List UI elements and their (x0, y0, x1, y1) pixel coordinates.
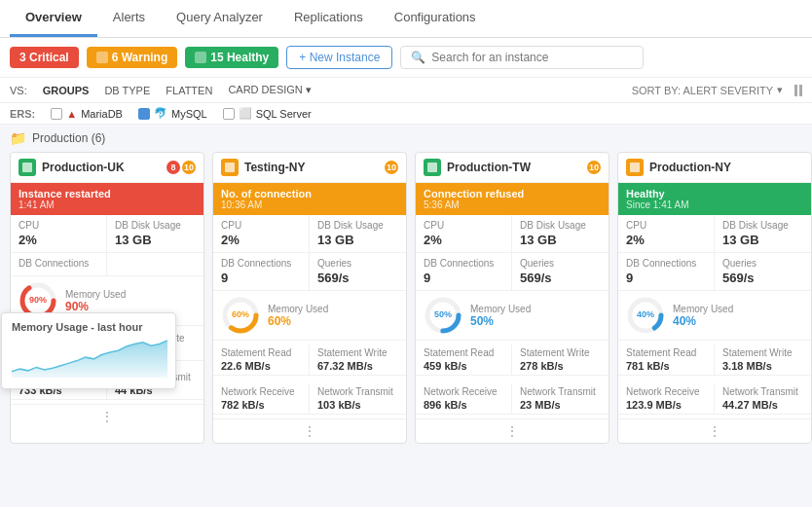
status-time: Since 1:41 AM (626, 199, 803, 210)
svg-rect-10 (630, 163, 640, 172)
gauge-percent: 40% (637, 310, 654, 320)
db-connections-label: DB Connections (221, 258, 301, 269)
pause-button[interactable] (794, 85, 802, 96)
db-connections-cell: DB Connections (11, 253, 107, 276)
memory-label: Memory Used (470, 304, 531, 314)
cpu-value: 2% (18, 233, 98, 247)
warning-badge[interactable]: 6 Warning (87, 47, 178, 68)
alert-badges: 10 (587, 161, 601, 174)
stmt-write-cell: Statement Write 3.18 MB/s (715, 344, 811, 376)
db-connections-label: DB Connections (626, 258, 706, 269)
stmt-write-cell: Statement Write 67.32 MB/s (310, 344, 406, 376)
net-transmit-cell: Network Transmit 103 kB/s (310, 383, 406, 415)
status-text: Connection refused (424, 188, 601, 199)
stmt-read-value: 22.6 MB/s (221, 360, 301, 372)
group-name: Production (6) (32, 131, 105, 145)
cards-container: Production-UK 8 10 Instance restarted 1:… (0, 152, 812, 450)
svg-marker-3 (12, 341, 167, 378)
statement-row: Statement Read 459 kB/s Statement Write … (416, 341, 609, 380)
metrics-grid: CPU 2% DB Disk Usage 13 GB DB Connection… (618, 215, 811, 291)
net-receive-value: 123.9 MB/s (626, 399, 706, 411)
dot-orange: 10 (587, 161, 601, 174)
status-banner: No. of connection 10:36 AM (213, 183, 406, 215)
card-icon (424, 159, 441, 176)
critical-badge[interactable]: 3 Critical (10, 47, 79, 68)
alert-count-orange: 10 (182, 161, 196, 174)
warning-icon (96, 52, 108, 63)
tab-replications[interactable]: Replications (278, 0, 379, 37)
queries-cell (107, 253, 203, 276)
memory-tooltip: Memory Usage - last hour (1, 312, 176, 389)
sqlserver-filter[interactable]: ⬜ SQL Server (223, 107, 312, 120)
metrics-grid: CPU 2% DB Disk Usage 13 GB DB Connection… (11, 215, 203, 276)
mariadb-filter[interactable]: ▲ MariaDB (51, 108, 123, 120)
mariadb-checkbox[interactable] (51, 108, 62, 120)
alert-count-orange: 10 (587, 161, 601, 174)
disk-value: 13 GB (722, 233, 803, 247)
group-label: 📁 Production (6) (0, 125, 812, 152)
card-name: Production-NY (649, 161, 731, 174)
card-icon (18, 159, 36, 176)
net-transmit-value: 44.27 MB/s (722, 399, 803, 411)
dbtype-filter[interactable]: DB TYPE (104, 85, 150, 96)
flatten-filter[interactable]: FLATTEN (166, 85, 212, 96)
tab-overview[interactable]: Overview (10, 0, 97, 37)
dot-orange: 10 (182, 161, 196, 174)
mysql-icon: 🐬 (154, 107, 167, 120)
filter-bar: VS: GROUPS DB TYPE FLATTEN CARD DESIGN ▾… (0, 78, 812, 103)
sort-label: SORT BY: ALERT SEVERITY (632, 85, 773, 96)
mysql-filter[interactable]: 🐬 MySQL (138, 107, 207, 120)
net-receive-cell: Network Receive 782 kB/s (213, 383, 310, 415)
gauge-labels: Memory Used 60% (268, 304, 328, 328)
status-banner: Connection refused 5:36 AM (416, 183, 609, 215)
gauge-percent: 60% (232, 310, 249, 320)
dot-orange: 10 (385, 161, 398, 174)
gauge-cell: 50% Memory Used 50% (416, 291, 609, 341)
card-menu-button[interactable]: ⋮ (11, 404, 203, 428)
stmt-write-cell: Statement Write 278 kB/s (512, 344, 609, 376)
cpu-cell: CPU 2% (213, 215, 310, 253)
memory-label: Memory Used (65, 289, 126, 300)
alert-badges: 8 10 (166, 161, 196, 174)
queries-cell: Queries 569/s (310, 253, 406, 291)
memory-value: 40% (673, 314, 733, 328)
sqlserver-label: SQL Server (256, 108, 312, 120)
stmt-write-value: 278 kB/s (520, 360, 601, 372)
net-transmit-value: 103 kB/s (317, 399, 398, 411)
disk-cell: DB Disk Usage 13 GB (310, 215, 406, 253)
tab-query-analyzer[interactable]: Query Analyzer (161, 0, 278, 37)
stmt-read-value: 781 kB/s (626, 360, 706, 372)
healthy-badge[interactable]: 15 Healthy (185, 47, 278, 68)
sqlserver-checkbox[interactable] (223, 108, 235, 120)
metrics-grid: CPU 2% DB Disk Usage 13 GB DB Connection… (213, 215, 406, 291)
critical-label: 3 Critical (19, 51, 69, 64)
db-filter-bar: ERS: ▲ MariaDB 🐬 MySQL ⬜ SQL Server (0, 103, 812, 125)
tab-configurations[interactable]: Configurations (379, 0, 492, 37)
gauge-percent: 90% (29, 296, 47, 306)
carddesign-filter[interactable]: CARD DESIGN ▾ (228, 84, 311, 96)
tab-alerts[interactable]: Alerts (97, 0, 161, 37)
search-input[interactable] (431, 51, 633, 64)
db-connections-value: 9 (221, 271, 301, 285)
new-instance-button[interactable]: + New Instance (286, 46, 392, 69)
disk-label: DB Disk Usage (115, 220, 196, 231)
disk-cell: DB Disk Usage 13 GB (107, 215, 203, 253)
card-menu-button[interactable]: ⋮ (618, 418, 811, 443)
net-receive-cell: Network Receive 896 kB/s (416, 383, 512, 415)
card-icon (626, 159, 644, 176)
queries-label: Queries (722, 258, 803, 269)
groups-filter[interactable]: GROUPS (43, 85, 90, 96)
card-menu-button[interactable]: ⋮ (213, 418, 406, 443)
gauge-cell: 60% Memory Used 60% (213, 291, 406, 341)
stmt-read-cell: Statement Read 781 kB/s (618, 344, 715, 376)
card-menu-button[interactable]: ⋮ (416, 418, 609, 443)
mysql-checkbox[interactable] (138, 108, 150, 120)
metrics-grid: CPU 2% DB Disk Usage 13 GB DB Connection… (416, 215, 609, 291)
cpu-cell: CPU 2% (618, 215, 715, 253)
topbar: 3 Critical 6 Warning 15 Healthy + New In… (0, 38, 812, 78)
net-transmit-value: 23 MB/s (520, 399, 601, 411)
nav-tabs: Overview Alerts Query Analyzer Replicati… (0, 0, 812, 38)
memory-value: 60% (268, 314, 328, 328)
chevron-down-icon: ▾ (306, 84, 312, 95)
queries-label: Queries (317, 258, 398, 269)
